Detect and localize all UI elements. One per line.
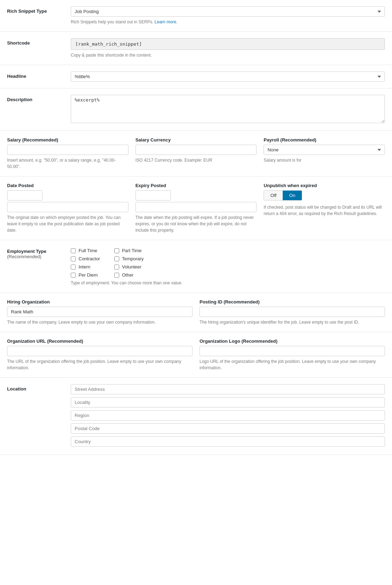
org-logo-hint: Logo URL of the organization offering th… [200,358,385,371]
org-url-hint: The URL of the organization offering the… [7,358,192,371]
expiry-posted-inputs [136,190,257,212]
payroll-select[interactable]: None Hour Day Week Month Year [264,145,385,155]
checkbox-contractor-input[interactable] [71,256,76,261]
unpublish-label: Unpublish when expired [264,183,385,188]
dates-section: Date Posted The original date on which e… [0,176,392,240]
shortcode-value: [rank_math_rich_snippet] [71,38,385,50]
salary-currency-col: Salary Currency ISO 4217 Currency code. … [136,137,257,170]
payroll-col: Payroll (Recommended) None Hour Day Week… [264,137,385,170]
date-posted-inputs [7,190,128,212]
date-posted-label: Date Posted [7,183,128,188]
checkbox-part-time-input[interactable] [114,248,119,253]
hiring-org-label: Hiring Organization [7,299,192,305]
unpublish-off-button[interactable]: Off [264,191,283,200]
org-url-col: Organization URL (Recommended) The URL o… [7,338,192,371]
checkbox-per-diem-input[interactable] [71,273,76,278]
hiring-org-hint: The name of the company. Leave empty to … [7,319,192,325]
salary-currency-label: Salary Currency [136,137,257,143]
locality-input[interactable] [71,397,385,407]
headline-section: Headline %title% [0,65,392,88]
location-label: Location [7,384,64,392]
date-posted-date-input[interactable] [7,190,42,201]
shortcode-section: Shortcode [rank_math_rich_snippet] Copy … [0,32,392,65]
country-input[interactable] [71,436,385,447]
hiring-org-col: Hiring Organization The name of the comp… [7,299,192,325]
salary-hint: Insert amount, e.g. "50.00", or a salary… [7,157,128,170]
checkbox-volunteer-input[interactable] [114,265,119,270]
checkbox-volunteer[interactable]: Volunteer [114,264,144,270]
headline-label: Headline [7,71,64,79]
unpublish-hint: If checked, post status will be changed … [264,204,385,217]
description-field [71,95,385,124]
expiry-posted-text-input[interactable] [136,202,257,212]
shortcode-field: [rank_math_rich_snippet] Copy & paste th… [71,38,385,58]
posting-id-label: Posting ID (Recommended) [200,299,385,305]
expiry-posted-date-input[interactable] [136,190,171,201]
expiry-posted-label: Expiry Posted [136,183,257,188]
unpublish-col: Unpublish when expired Off On If checked… [264,183,385,233]
employment-type-hint: Type of employment. You can choose more … [71,280,385,286]
checkbox-temporary-input[interactable] [114,256,119,261]
unpublish-toggle: Off On [264,190,302,201]
org-logo-label: Organization Logo (Recommended) [200,338,385,344]
org-url-input[interactable] [7,346,192,356]
unpublish-on-button[interactable]: On [283,191,301,200]
description-label: Description [7,95,64,102]
posting-id-col: Posting ID (Recommended) The hiring orga… [200,299,385,325]
org-url-logo-section: Organization URL (Recommended) The URL o… [0,332,392,378]
checkbox-contractor[interactable]: Contractor [71,256,100,261]
employment-type-checkboxes: Full Time Contractor Intern Per Diem [71,248,385,278]
rich-snippet-type-section: Rich Snippet Type Job Posting Rich Snipp… [0,0,392,32]
checkbox-per-diem[interactable]: Per Diem [71,272,100,278]
salary-input[interactable] [7,145,128,155]
location-fields [71,384,385,448]
salary-label: Salary (Recommended) [7,137,128,143]
headline-field: %title% [71,71,385,82]
posting-id-input[interactable] [200,307,385,317]
shortcode-hint: Copy & paste this shortcode in the conte… [71,52,385,58]
region-input[interactable] [71,410,385,421]
salary-currency-input[interactable] [136,145,257,155]
description-section: Description [0,88,392,131]
rich-snippet-type-select[interactable]: Job Posting [71,6,385,17]
salary-section: Salary (Recommended) Insert amount, e.g.… [0,131,392,176]
employment-type-section: Employment Type (Recommended) Full Time … [0,240,392,293]
date-posted-hint: The original date on which employer post… [7,214,128,233]
location-section: Location [0,378,392,455]
learn-more-link[interactable]: Learn more. [155,19,178,24]
payroll-label: Payroll (Recommended) [264,137,385,143]
checkbox-part-time[interactable]: Part Time [114,248,144,253]
checkbox-other-input[interactable] [114,273,119,278]
expiry-posted-hint: The date when the job posting will expir… [136,214,257,233]
posting-id-hint: The hiring organization's unique identif… [200,319,385,325]
employment-type-field: Full Time Contractor Intern Per Diem [71,247,385,286]
salary-col: Salary (Recommended) Insert amount, e.g.… [7,137,128,170]
date-posted-col: Date Posted The original date on which e… [7,183,128,233]
org-url-logo-row: Organization URL (Recommended) The URL o… [7,338,385,371]
employment-type-right-col: Part Time Temporary Volunteer Other [114,248,144,278]
org-logo-col: Organization Logo (Recommended) Logo URL… [200,338,385,371]
payroll-hint: Salary amount is for [264,157,385,163]
hiring-org-section: Hiring Organization The name of the comp… [0,293,392,332]
checkbox-other[interactable]: Other [114,272,144,278]
rich-snippet-type-field: Job Posting Rich Snippets help you stand… [71,6,385,25]
checkbox-full-time[interactable]: Full Time [71,248,100,253]
street-address-input[interactable] [71,384,385,394]
hiring-org-row: Hiring Organization The name of the comp… [7,299,385,325]
shortcode-label: Shortcode [7,38,64,46]
org-url-label: Organization URL (Recommended) [7,338,192,344]
hiring-org-input[interactable] [7,307,192,317]
postal-code-input[interactable] [71,423,385,434]
headline-select[interactable]: %title% [71,71,385,82]
expiry-posted-col: Expiry Posted The date when the job post… [136,183,257,233]
date-posted-text-input[interactable] [7,202,128,212]
description-textarea[interactable] [71,95,385,123]
checkbox-full-time-input[interactable] [71,248,76,253]
checkbox-intern-input[interactable] [71,265,76,270]
rich-snippet-type-hint: Rich Snippets help you stand out in SERP… [71,19,385,25]
org-logo-input[interactable] [200,346,385,356]
checkbox-intern[interactable]: Intern [71,264,100,270]
checkbox-temporary[interactable]: Temporary [114,256,144,261]
employment-type-label: Employment Type (Recommended) [7,247,64,259]
salary-currency-hint: ISO 4217 Currency code. Example: EUR [136,157,257,163]
